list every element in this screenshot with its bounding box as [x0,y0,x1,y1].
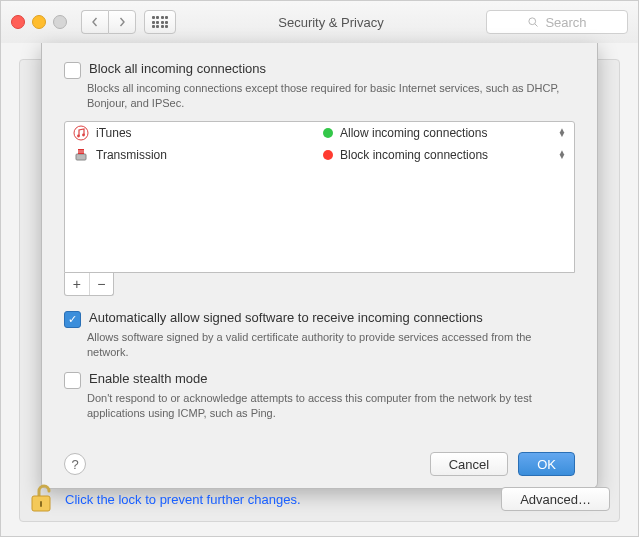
block-all-description: Blocks all incoming connections except t… [87,81,575,111]
chevron-left-icon [90,17,100,27]
traffic-lights [11,15,67,29]
app-list-buttons: + − [64,273,114,296]
chevron-right-icon [117,17,127,27]
add-app-button[interactable]: + [65,273,89,295]
status-stepper-icon[interactable]: ▲▼ [558,151,566,159]
lock-row: Click the lock to prevent further change… [29,484,610,514]
sheet-footer: ? Cancel OK [64,452,575,476]
forward-button[interactable] [108,10,136,34]
search-icon [527,16,539,28]
stealth-description: Don't respond to or acknowledge attempts… [87,391,575,421]
app-name: Transmission [96,148,316,162]
back-button[interactable] [81,10,108,34]
firewall-options-sheet: Block all incoming connections Blocks al… [41,43,598,489]
itunes-icon [73,125,89,141]
firewall-app-list[interactable]: iTunes Allow incoming connections ▲▼ Tra… [64,121,575,273]
ok-button[interactable]: OK [518,452,575,476]
advanced-button[interactable]: Advanced… [501,487,610,511]
unlocked-lock-icon[interactable] [29,484,55,514]
preferences-window: Security & Privacy Search Block all inco… [0,0,639,537]
search-placeholder: Search [545,15,586,30]
block-all-option: Block all incoming connections Blocks al… [64,61,575,111]
status-block-icon [323,150,333,160]
help-button[interactable]: ? [64,453,86,475]
block-all-label: Block all incoming connections [89,61,266,76]
auto-allow-checkbox[interactable] [64,311,81,328]
auto-allow-option: Automatically allow signed software to r… [64,310,575,360]
grid-icon [152,16,169,28]
stealth-option: Enable stealth mode Don't respond to or … [64,371,575,421]
auto-allow-description: Allows software signed by a valid certif… [87,330,575,360]
window-toolbar: Security & Privacy Search [1,1,638,44]
app-status-label: Allow incoming connections [340,126,551,140]
lock-text[interactable]: Click the lock to prevent further change… [65,492,301,507]
svg-point-3 [77,134,80,137]
svg-point-2 [74,126,88,140]
svg-point-4 [82,133,85,136]
stealth-label: Enable stealth mode [89,371,208,386]
app-name: iTunes [96,126,316,140]
minimize-window-button[interactable] [32,15,46,29]
svg-rect-11 [40,501,42,507]
svg-point-0 [529,18,536,25]
app-row[interactable]: iTunes Allow incoming connections ▲▼ [65,122,574,144]
search-field[interactable]: Search [486,10,628,34]
cancel-button[interactable]: Cancel [430,452,508,476]
show-all-button[interactable] [144,10,176,34]
app-row[interactable]: Transmission Block incoming connections … [65,144,574,166]
stealth-checkbox[interactable] [64,372,81,389]
auto-allow-label: Automatically allow signed software to r… [89,310,483,325]
remove-app-button[interactable]: − [89,273,114,295]
nav-buttons [81,10,136,34]
svg-line-1 [535,24,538,27]
block-all-checkbox[interactable] [64,62,81,79]
transmission-icon [73,147,89,163]
status-allow-icon [323,128,333,138]
status-stepper-icon[interactable]: ▲▼ [558,129,566,137]
window-body: Block all incoming connections Blocks al… [1,43,638,536]
close-window-button[interactable] [11,15,25,29]
svg-rect-5 [76,154,86,160]
zoom-window-button[interactable] [53,15,67,29]
app-status-label: Block incoming connections [340,148,551,162]
window-title: Security & Privacy [184,15,478,30]
